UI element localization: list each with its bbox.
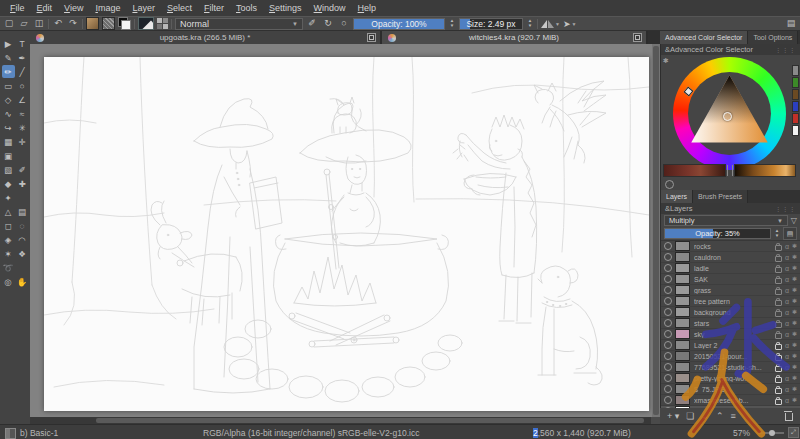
color-history-icon[interactable]	[665, 180, 674, 189]
polyline-tool[interactable]: ∠	[16, 93, 29, 106]
ellipse-tool[interactable]: ○	[16, 79, 29, 92]
freehand-brush-tool[interactable]: ✏	[2, 65, 15, 78]
bezier-selection-tool[interactable]: ➰	[2, 261, 15, 274]
layer-visibility-icon[interactable]	[664, 363, 672, 371]
brush-preset-icon[interactable]	[5, 428, 16, 439]
layer-properties-button[interactable]: ≡	[730, 411, 735, 421]
dock-grip-icon[interactable]: ⋮⋮⋮	[775, 205, 796, 212]
move-layer-down-button[interactable]: ⌄	[701, 411, 709, 421]
gradient-tool[interactable]: ▧	[2, 163, 15, 176]
recent-color-swatch[interactable]	[792, 113, 799, 124]
detach-canvas-button[interactable]: ○	[338, 18, 350, 30]
layer-view-options-button[interactable]: ▤	[783, 227, 797, 240]
alpha-lock-icon[interactable]: ✱	[792, 397, 797, 403]
color-cursor[interactable]	[723, 112, 732, 121]
layer-visibility-icon[interactable]	[664, 330, 672, 338]
layer-lock-icon[interactable]	[775, 267, 782, 273]
canvas-area[interactable]	[30, 44, 660, 417]
advanced-color-selector[interactable]: ✱	[661, 55, 800, 178]
inherit-alpha-icon[interactable]: α	[785, 243, 789, 250]
alpha-lock-icon[interactable]: ✱	[792, 265, 797, 271]
horizontal-scrollbar-handle[interactable]	[96, 418, 644, 423]
layer-blending-mode-dropdown[interactable]: Multiply ▼	[664, 215, 788, 226]
alpha-lock-icon[interactable]: ✱	[792, 287, 797, 293]
inherit-alpha-icon[interactable]: α	[785, 364, 789, 371]
dock-tab-advanced-color-selector[interactable]: Advanced Color Selector	[660, 31, 748, 44]
layer-row[interactable]: rocksα✱	[661, 241, 800, 252]
reload-preset-button[interactable]: ↻	[322, 18, 334, 30]
menu-select[interactable]: Select	[161, 1, 198, 15]
layer-lock-icon[interactable]	[775, 366, 782, 372]
layer-visibility-icon[interactable]	[664, 286, 672, 294]
layer-row[interactable]: pretty-young-wo...α✱	[661, 373, 800, 384]
redo-button[interactable]: ↷	[67, 18, 79, 30]
menu-file[interactable]: File	[4, 1, 31, 15]
inherit-alpha-icon[interactable]: α	[785, 342, 789, 349]
opacity-spinner[interactable]: ▲▼	[448, 19, 456, 28]
layer-visibility-icon[interactable]	[664, 396, 672, 404]
recent-color-swatch[interactable]	[792, 125, 799, 136]
inherit-alpha-icon[interactable]: α	[785, 320, 789, 327]
freehand-selection-tool[interactable]: ◠	[16, 233, 29, 246]
alpha-lock-icon[interactable]: ✱	[792, 364, 797, 370]
dock-tab-layers[interactable]: Layers	[661, 190, 693, 203]
layer-lock-icon[interactable]	[775, 278, 782, 284]
background-color-swatch[interactable]	[121, 20, 131, 30]
inherit-alpha-icon[interactable]: α	[785, 397, 789, 404]
inherit-alpha-icon[interactable]: α	[785, 276, 789, 283]
dock-tab-brush-presets[interactable]: Brush Presets	[693, 190, 748, 203]
move-layer-up-button[interactable]: ⌃	[716, 411, 724, 421]
layer-visibility-icon[interactable]	[664, 374, 672, 382]
layer-opacity-slider[interactable]: Opacity: 35%	[664, 228, 771, 239]
vertical-scrollbar[interactable]	[652, 44, 660, 417]
layer-lock-icon[interactable]	[775, 311, 782, 317]
zoom-tool[interactable]: ◎	[2, 275, 15, 288]
canvas-only-mode-button[interactable]: ⤢	[788, 427, 799, 438]
menu-settings[interactable]: Settings	[263, 1, 308, 15]
add-layer-button[interactable]: + ▾	[667, 411, 679, 421]
document-tab-1[interactable]: upgoats.kra (266.5 MiB) *	[30, 31, 382, 44]
layer-row[interactable]: starsα✱	[661, 318, 800, 329]
save-button[interactable]: ◫	[33, 18, 45, 30]
reference-images-tool[interactable]: ▤	[16, 205, 29, 218]
menu-layer[interactable]: Layer	[126, 1, 161, 15]
color-sampler-tool[interactable]: ✐	[16, 163, 29, 176]
layer-lock-icon[interactable]	[775, 333, 782, 339]
elliptical-selection-tool[interactable]: ◌	[16, 219, 29, 232]
hue-ring[interactable]	[673, 57, 786, 170]
layer-visibility-icon[interactable]	[664, 253, 672, 261]
edit-shapes-tool[interactable]: ✎	[2, 51, 15, 64]
layer-visibility-icon[interactable]	[664, 297, 672, 305]
dynamic-brush-tool[interactable]: ↪	[2, 121, 15, 134]
layer-visibility-icon[interactable]	[664, 341, 672, 349]
polygon-tool[interactable]: ◇	[2, 93, 15, 106]
shade-strip-red[interactable]	[663, 164, 726, 177]
inherit-alpha-icon[interactable]: α	[785, 386, 789, 393]
recent-color-swatch[interactable]	[792, 77, 799, 88]
layer-visibility-icon[interactable]	[664, 242, 672, 250]
shade-strip-handle[interactable]	[727, 165, 733, 176]
mirror-horizontal-button[interactable]: ▼	[541, 19, 560, 29]
inherit-alpha-icon[interactable]: α	[785, 375, 789, 382]
polygonal-selection-tool[interactable]: ◈	[2, 233, 15, 246]
alpha-lock-icon[interactable]: ✱	[792, 309, 797, 315]
dock-tab-tool-options[interactable]: Tool Options	[748, 31, 798, 44]
layer-row[interactable]: xmas-present-b...α✱	[661, 395, 800, 406]
alpha-lock-icon[interactable]: ✱	[792, 375, 797, 381]
vertical-scrollbar-handle[interactable]	[653, 46, 659, 415]
alpha-lock-icon[interactable]: ✱	[792, 331, 797, 337]
inherit-alpha-icon[interactable]: α	[785, 265, 789, 272]
layer-row[interactable]: SAKα✱	[661, 274, 800, 285]
assistants-tool[interactable]: ✦	[2, 191, 15, 204]
layer-lock-icon[interactable]	[775, 289, 782, 295]
choose-brush-preset-button[interactable]	[157, 18, 168, 29]
similar-color-selection-tool[interactable]: ✶	[2, 247, 15, 260]
layer-row[interactable]: Layer 2α✱	[661, 340, 800, 351]
horizontal-scrollbar[interactable]	[30, 417, 660, 424]
layer-visibility-icon[interactable]	[664, 264, 672, 272]
transform-tool[interactable]: ▦	[2, 135, 15, 148]
selector-settings-icon[interactable]: ✱	[663, 57, 669, 65]
text-tool[interactable]: T	[16, 37, 29, 50]
zoom-slider-handle[interactable]	[769, 430, 775, 436]
layer-lock-icon[interactable]	[775, 245, 782, 251]
